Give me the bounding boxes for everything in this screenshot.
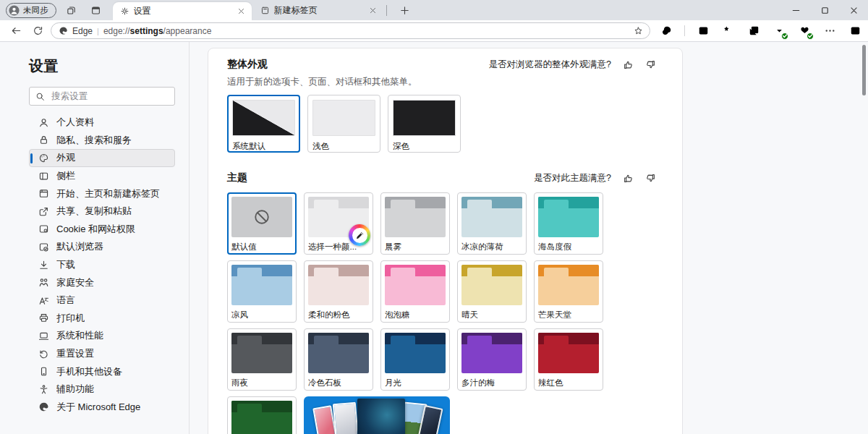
more-options-icon[interactable] bbox=[822, 24, 837, 38]
theme-card-color-picker[interactable]: 选择一种颜... bbox=[304, 192, 373, 255]
close-tab-icon[interactable] bbox=[237, 7, 246, 16]
profile-button[interactable]: 未同步 bbox=[6, 3, 56, 18]
theme-preview-tab bbox=[237, 336, 262, 344]
sidebar-item-privacy[interactable]: 隐私、搜索和服务 bbox=[29, 132, 175, 150]
sidebar-toggle-icon[interactable] bbox=[848, 24, 862, 38]
selected-accent bbox=[30, 153, 33, 163]
search-icon bbox=[35, 92, 45, 101]
sidebar-item-printers[interactable]: 打印机 bbox=[29, 310, 175, 328]
browser-essentials-icon[interactable] bbox=[659, 24, 673, 38]
sidebar-item-label: 手机和其他设备 bbox=[56, 365, 122, 378]
search-settings-box[interactable] bbox=[29, 87, 175, 106]
settings-title: 设置 bbox=[29, 56, 189, 76]
feedback-question: 是否对浏览器的整体外观满意? bbox=[489, 59, 611, 71]
thumb-up-icon[interactable] bbox=[623, 173, 634, 184]
sidebar-item-phone-devices[interactable]: 手机和其他设备 bbox=[29, 362, 175, 380]
sidebar-item-label: 打印机 bbox=[56, 312, 85, 325]
tab-separator bbox=[386, 5, 387, 16]
theme-preview-tab bbox=[314, 268, 339, 276]
tab-actions-menu-icon[interactable] bbox=[87, 1, 106, 19]
theme-card-mango-paradise[interactable]: 芒果天堂 bbox=[534, 260, 603, 323]
collections-icon[interactable] bbox=[746, 24, 761, 38]
sidebar-item-label: 下载 bbox=[56, 258, 75, 271]
sidebar-item-share-copy-paste[interactable]: 共享、复制和粘贴 bbox=[29, 203, 175, 221]
theme-preview bbox=[538, 265, 599, 305]
sidebar-item-label: 默认浏览器 bbox=[56, 240, 103, 253]
theme-card-sunny-day[interactable]: 晴天 bbox=[457, 260, 527, 323]
wallet-icon[interactable] bbox=[797, 24, 812, 38]
sidebar-item-profiles[interactable]: 个人资料 bbox=[29, 114, 175, 132]
printer-icon bbox=[38, 312, 49, 323]
theme-card-rainy-night[interactable]: 雨夜 bbox=[227, 328, 297, 391]
theme-card-default[interactable]: 默认值 bbox=[227, 192, 297, 255]
favorites-icon[interactable] bbox=[721, 24, 736, 38]
minimize-button[interactable] bbox=[781, 0, 810, 20]
sidebar-item-label: 共享、复制和粘贴 bbox=[56, 205, 132, 218]
sidebar-item-cookies-permissions[interactable]: Cookie 和网站权限 bbox=[29, 221, 175, 239]
mode-card-system-default[interactable]: 系统默认 bbox=[227, 95, 300, 153]
mode-preview bbox=[393, 100, 456, 136]
sidebar-item-about-edge[interactable]: 关于 Microsoft Edge bbox=[29, 399, 175, 417]
theme-preview bbox=[461, 197, 522, 237]
theme-preview-tab bbox=[314, 336, 339, 344]
section-title-overall: 整体外观 bbox=[227, 58, 268, 71]
split-screen-icon[interactable] bbox=[696, 24, 710, 38]
theme-store-banner[interactable] bbox=[304, 396, 450, 434]
scrollbar-thumb[interactable] bbox=[862, 45, 866, 95]
thumb-up-icon[interactable] bbox=[623, 59, 634, 70]
theme-card-bubblegum[interactable]: 泡泡糖 bbox=[380, 260, 450, 323]
theme-card-soft-pink[interactable]: 柔和的粉色 bbox=[304, 260, 373, 323]
new-tab-button[interactable] bbox=[396, 1, 414, 19]
mode-card-light[interactable]: 浅色 bbox=[307, 95, 380, 153]
sidebar-item-languages[interactable]: 语言 bbox=[29, 292, 175, 310]
theme-card-forest[interactable] bbox=[227, 396, 297, 434]
sidebar-item-family-safety[interactable]: 家庭安全 bbox=[29, 273, 175, 292]
theme-card-spicy-red[interactable]: 辣红色 bbox=[534, 328, 603, 391]
back-button[interactable] bbox=[7, 22, 25, 40]
sidebar-item-start-home[interactable]: 开始、主页和新建标签页 bbox=[29, 184, 175, 203]
maximize-button[interactable] bbox=[810, 0, 839, 20]
profile-icon bbox=[38, 117, 49, 128]
sidebar-item-reset-settings[interactable]: 重置设置 bbox=[29, 345, 175, 363]
sidebar-item-downloads[interactable]: 下载 bbox=[29, 256, 175, 274]
mode-cards: 系统默认浅色深色 bbox=[227, 95, 656, 153]
thumb-down-icon[interactable] bbox=[645, 173, 656, 184]
sidebar-item-accessibility[interactable]: 辅助功能 bbox=[29, 380, 175, 399]
theme-card-icy-mint[interactable]: 冰凉的薄荷 bbox=[457, 192, 527, 255]
theme-card-moonlight[interactable]: 月光 bbox=[380, 328, 450, 391]
gear-icon bbox=[120, 7, 129, 16]
theme-card-island-getaway[interactable]: 海岛度假 bbox=[534, 192, 603, 255]
address-bar[interactable]: Edge | edge://settings/appearance bbox=[51, 22, 650, 39]
theme-card-juicy-plum[interactable]: 多汁的梅 bbox=[457, 328, 527, 391]
settings-main: 整体外观 是否对浏览器的整体外观满意? 适用于新的选项卡、页面、对话框和其他菜单… bbox=[190, 42, 868, 434]
close-tab-icon[interactable] bbox=[368, 6, 378, 15]
thumb-down-icon[interactable] bbox=[645, 59, 656, 70]
theme-card-morning-fog[interactable]: 晨雾 bbox=[380, 192, 450, 255]
favorite-star-icon[interactable] bbox=[634, 26, 643, 35]
sidebar-item-label: Cookie 和网站权限 bbox=[56, 223, 135, 236]
start-home-icon bbox=[38, 188, 49, 199]
check-badge-icon bbox=[781, 33, 788, 40]
sidebar-item-label: 辅助功能 bbox=[56, 383, 94, 396]
mode-card-dark[interactable]: 深色 bbox=[388, 95, 461, 153]
sidebar-pane-icon bbox=[38, 171, 49, 182]
sidebar-item-default-browser[interactable]: 默认浏览器 bbox=[29, 238, 175, 256]
refresh-button[interactable] bbox=[29, 22, 46, 40]
accessibility-icon bbox=[38, 384, 49, 395]
workspaces-icon[interactable] bbox=[62, 1, 81, 19]
sidebar-nav: 个人资料隐私、搜索和服务外观侧栏开始、主页和新建标签页共享、复制和粘贴Cooki… bbox=[29, 114, 189, 416]
close-window-button[interactable] bbox=[839, 0, 868, 20]
check-badge-icon bbox=[807, 33, 814, 40]
downloads-icon[interactable] bbox=[772, 24, 786, 38]
search-input[interactable] bbox=[50, 90, 169, 102]
theme-preview bbox=[538, 197, 599, 237]
tab-new-tab[interactable]: 新建标签页 bbox=[253, 0, 383, 20]
theme-card-cool-breeze[interactable]: 凉风 bbox=[227, 260, 297, 323]
tab-settings[interactable]: 设置 bbox=[113, 2, 252, 20]
theme-label: 多汁的梅 bbox=[461, 378, 522, 388]
sidebar-item-appearance[interactable]: 外观 bbox=[29, 149, 175, 167]
theme-card-cool-slate[interactable]: 冷色石板 bbox=[304, 328, 373, 391]
sidebar-item-sidebar[interactable]: 侧栏 bbox=[29, 167, 175, 185]
sidebar-item-system-performance[interactable]: 系统和性能 bbox=[29, 327, 175, 345]
feedback-themes: 是否对此主题满意? bbox=[534, 172, 656, 184]
